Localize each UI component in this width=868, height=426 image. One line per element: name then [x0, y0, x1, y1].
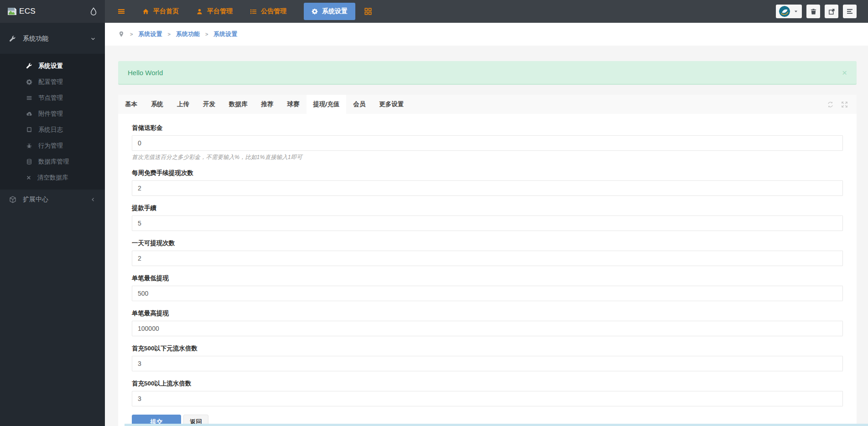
nav-item-system-settings[interactable]: 系统设置	[304, 3, 355, 20]
announcement-icon	[250, 8, 257, 15]
sidebar-item-label: 节点管理	[38, 94, 63, 102]
form-group-min-withdrawal: 单笔最低提现	[132, 274, 843, 301]
user-avatar-button[interactable]	[776, 5, 802, 18]
tab-database[interactable]: 数据库	[222, 95, 255, 114]
sidebar-submenu: 系统设置 配置管理 节点管理 附件管理 系统日志 行为管理 数据库管理 清空数	[0, 54, 105, 190]
sidebar-item-attachment-manage[interactable]: 附件管理	[0, 106, 105, 122]
first-deposit-bonus-input[interactable]	[132, 135, 843, 151]
sidebar-group-extension-center[interactable]: 扩展中心	[0, 190, 105, 210]
withdraw-deposit-form: 首储送彩金 首次充值送百分之多少彩金，不需要输入%，比如1%直接输入1即可 每周…	[118, 114, 857, 426]
grid-icon	[364, 8, 372, 15]
apps-grid-button[interactable]	[364, 8, 372, 15]
breadcrumb-separator: >	[205, 31, 208, 37]
turnover-below-500-input[interactable]	[132, 356, 843, 371]
field-label: 单笔最高提现	[132, 309, 843, 317]
sidebar: 系统功能 系统设置 配置管理 节点管理 附件管理 系统日志 行为管理	[0, 23, 105, 426]
turnover-above-500-input[interactable]	[132, 391, 843, 406]
open-external-button[interactable]	[825, 5, 838, 18]
top-navbar: ECS 平台首页 平台管理 公告管理 系统设置	[0, 0, 868, 23]
min-withdrawal-input[interactable]	[132, 286, 843, 301]
sidebar-item-database-manage[interactable]: 数据库管理	[0, 154, 105, 169]
sidebar-item-node-manage[interactable]: 节点管理	[0, 90, 105, 106]
sidebar-item-system-log[interactable]: 系统日志	[0, 122, 105, 138]
nav-item-platform-home[interactable]: 平台首页	[142, 3, 179, 20]
layout-list-button[interactable]	[843, 5, 857, 18]
field-label: 每周免费手续提现次数	[132, 169, 843, 177]
weekly-free-withdrawals-input[interactable]	[132, 180, 843, 196]
field-label: 首充500以上流水倍数	[132, 380, 843, 387]
tab-more-settings[interactable]: 更多设置	[372, 95, 411, 114]
fullscreen-block-button[interactable]	[841, 101, 848, 108]
tab-member[interactable]: 会员	[346, 95, 372, 114]
tab-withdraw-deposit[interactable]: 提现/充值	[307, 95, 347, 114]
form-group-withdrawal-fee: 提款手續	[132, 204, 843, 231]
field-label: 首充500以下元流水倍数	[132, 344, 843, 352]
sidebar-item-label: 配置管理	[38, 78, 63, 86]
avatar	[779, 6, 790, 17]
refresh-icon	[827, 101, 834, 108]
sidebar-item-system-settings[interactable]: 系统设置	[0, 58, 105, 74]
gear-icon	[26, 79, 32, 85]
sidebar-item-label: 附件管理	[38, 110, 63, 118]
breadcrumb-link-system-functions[interactable]: 系统功能	[176, 30, 200, 38]
tab-basic[interactable]: 基本	[118, 95, 144, 114]
gear-icon	[312, 8, 318, 15]
nav-item-platform-manage[interactable]: 平台管理	[196, 3, 233, 20]
trash-button[interactable]	[806, 5, 820, 18]
breadcrumb-link-system-settings[interactable]: 系统设置	[138, 30, 162, 38]
brand-logo-text: ECS	[19, 7, 36, 16]
tab-develop[interactable]: 开发	[196, 95, 222, 114]
sidebar-group-label: 扩展中心	[23, 195, 48, 204]
brand: ECS	[0, 0, 105, 23]
sidebar-item-label: 系统日志	[38, 126, 63, 134]
caret-down-icon	[793, 9, 799, 14]
sidebar-item-label: 行为管理	[38, 142, 63, 150]
chevron-left-icon	[90, 197, 96, 202]
bug-icon	[26, 143, 32, 149]
settings-block: 基本 系统 上传 开发 数据库 推荐 球赛 提现/充值 会员 更多设置 首储送彩…	[118, 95, 857, 426]
chevron-down-icon	[90, 36, 96, 41]
withdrawal-fee-input[interactable]	[132, 216, 843, 231]
sidebar-item-label: 清空数据库	[37, 174, 68, 182]
sidebar-item-clear-database[interactable]: 清空数据库	[0, 169, 105, 185]
form-group-daily-withdrawal-times: 一天可提现次数	[132, 239, 843, 266]
alert-text: Hello World	[128, 69, 163, 77]
block-tools	[827, 101, 857, 108]
broken-image-icon	[7, 7, 17, 15]
bottom-edge-strip	[125, 424, 868, 426]
settings-tabs: 基本 系统 上传 开发 数据库 推荐 球赛 提现/充值 会员 更多设置	[118, 95, 857, 114]
nav-item-label: 平台首页	[153, 7, 179, 15]
database-icon	[26, 159, 32, 165]
sidebar-group-label: 系统功能	[23, 35, 48, 43]
breadcrumb-link-system-settings-2[interactable]: 系统设置	[213, 30, 237, 38]
tab-upload[interactable]: 上传	[170, 95, 196, 114]
refresh-block-button[interactable]	[827, 101, 834, 108]
daily-withdrawal-times-input[interactable]	[132, 251, 843, 266]
sidebar-group-system-functions[interactable]: 系统功能	[0, 29, 105, 48]
sidebar-toggle-button[interactable]	[118, 8, 125, 15]
nav-item-label: 系统设置	[322, 7, 348, 15]
max-withdrawal-input[interactable]	[132, 321, 843, 336]
tab-system[interactable]: 系统	[144, 95, 170, 114]
nav-item-announcement-manage[interactable]: 公告管理	[250, 3, 286, 20]
form-group-weekly-free-withdrawals: 每周免费手续提现次数	[132, 169, 843, 196]
user-icon	[196, 8, 203, 15]
bars-icon	[26, 95, 32, 101]
success-alert: Hello World ×	[118, 61, 857, 85]
hamburger-icon	[118, 8, 125, 15]
form-group-turnover-above-500: 首充500以上流水倍数	[132, 380, 843, 406]
form-group-first-deposit-bonus: 首储送彩金 首次充值送百分之多少彩金，不需要输入%，比如1%直接输入1即可	[132, 124, 843, 161]
sidebar-item-config-manage[interactable]: 配置管理	[0, 74, 105, 90]
alert-close-button[interactable]: ×	[842, 68, 847, 77]
sidebar-item-label: 数据库管理	[38, 158, 69, 166]
tab-matches[interactable]: 球赛	[281, 95, 307, 114]
breadcrumb-separator: >	[167, 31, 170, 37]
field-label: 首储送彩金	[132, 124, 843, 132]
package-icon	[9, 196, 16, 203]
field-label: 提款手續	[132, 204, 843, 212]
book-icon	[26, 127, 32, 133]
sidebar-item-behavior-manage[interactable]: 行为管理	[0, 138, 105, 154]
tab-recommend[interactable]: 推荐	[255, 95, 281, 114]
wrench-icon	[9, 36, 16, 42]
content: Hello World × 基本 系统 上传 开发 数据库 推荐 球赛 提现/充…	[105, 46, 868, 426]
